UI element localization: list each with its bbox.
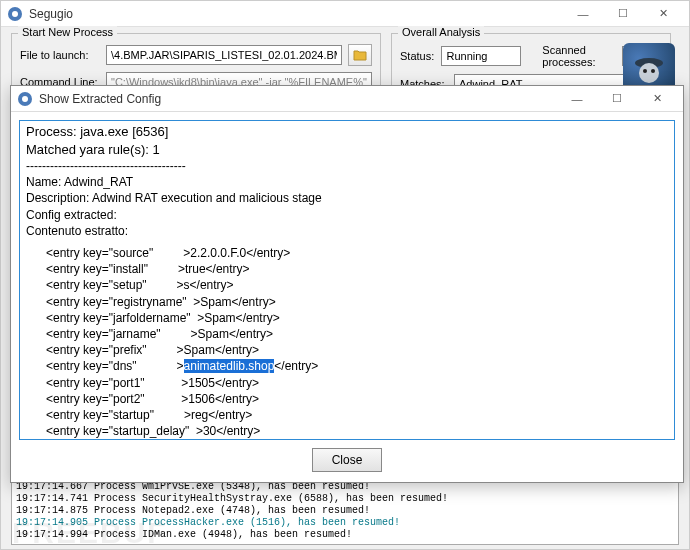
maximize-button[interactable]: ☐ (603, 3, 643, 25)
entry-line: <entry key="startup_delay" >30</entry> (26, 423, 668, 439)
config-text[interactable]: Process: java.exe [6536] Matched yara ru… (19, 120, 675, 440)
svg-point-7 (22, 96, 28, 102)
entry-line: <entry key="install" >true</entry> (26, 261, 668, 277)
close-button[interactable]: ✕ (643, 3, 683, 25)
close-button[interactable]: Close (312, 448, 382, 472)
browse-button[interactable] (348, 44, 372, 66)
folder-icon (353, 49, 367, 61)
dialog-maximize-button[interactable]: ☐ (597, 88, 637, 110)
log-line: 19:17:14.905 Process ProcessHacker.exe (… (16, 517, 674, 529)
entry-line: <entry key="jarfoldername" >Spam</entry> (26, 310, 668, 326)
window-controls: — ☐ ✕ (563, 3, 683, 25)
cfg-line: Config extracted: (26, 207, 668, 223)
main-title: Segugio (29, 7, 563, 21)
minimize-button[interactable]: — (563, 3, 603, 25)
entry-line: <entry key="port2" >1506</entry> (26, 391, 668, 407)
entry-line: <entry key="setup" >s</entry> (26, 277, 668, 293)
dialog-title: Show Extracted Config (39, 92, 557, 106)
log-line: 19:17:14.741 Process SecurityHealthSystr… (16, 493, 674, 505)
log-line: 19:17:14.994 Process IDMan.exe (4948), h… (16, 529, 674, 541)
status-value (441, 46, 521, 66)
dialog-titlebar: Show Extracted Config — ☐ ✕ (11, 86, 683, 112)
process-line: Process: java.exe [6536] (26, 123, 668, 141)
svg-point-4 (643, 69, 647, 73)
desc-line: Description: Adwind RAT execution and ma… (26, 190, 668, 206)
dialog-body: Process: java.exe [6536] Matched yara ru… (11, 112, 683, 480)
entry-line: <entry key="source" >2.2.0.0.F.0</entry> (26, 245, 668, 261)
entry-line: <entry key="jarname" >Spam</entry> (26, 326, 668, 342)
entry-line: <entry key="startup" >reg</entry> (26, 407, 668, 423)
svg-point-3 (639, 63, 659, 83)
svg-point-5 (651, 69, 655, 73)
dialog-icon (17, 91, 33, 107)
config-dialog: Show Extracted Config — ☐ ✕ Process: jav… (10, 85, 684, 483)
log-line: 19:17:14.875 Process Notepad2.exe (4748)… (16, 505, 674, 517)
name-line: Name: Adwind_RAT (26, 174, 668, 190)
file-to-launch-label: File to launch: (20, 49, 100, 61)
dns-highlight: animatedlib.shop (184, 359, 275, 373)
svg-point-1 (12, 11, 18, 17)
status-label: Status: (400, 50, 435, 62)
separator-line: ---------------------------------------- (26, 158, 668, 174)
main-titlebar: Segugio — ☐ ✕ (1, 1, 689, 27)
entry-line: <entry key="registryname" >Spam</entry> (26, 294, 668, 310)
file-to-launch-input[interactable] (106, 45, 342, 65)
dialog-close-button[interactable]: ✕ (637, 88, 677, 110)
scanned-label: Scanned processes: (542, 44, 616, 68)
dialog-minimize-button[interactable]: — (557, 88, 597, 110)
start-process-label: Start New Process (18, 26, 117, 38)
app-icon (7, 6, 23, 22)
entry-line: <entry key="port1" >1505</entry> (26, 375, 668, 391)
entry-line: <entry key="prefix" >Spam</entry> (26, 342, 668, 358)
matched-line: Matched yara rule(s): 1 (26, 141, 668, 159)
entry-dns: <entry key="dns" >animatedlib.shop</entr… (26, 358, 668, 374)
overall-label: Overall Analysis (398, 26, 484, 38)
cont-line: Contenuto estratto: (26, 223, 668, 239)
